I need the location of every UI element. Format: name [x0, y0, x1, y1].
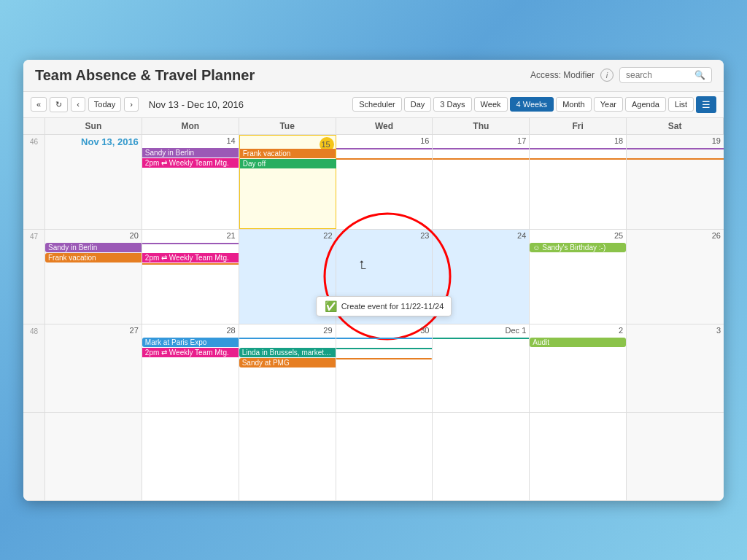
event-frank-thu[interactable] [433, 158, 529, 160]
view-list[interactable]: List [668, 97, 694, 112]
cell-nov30[interactable]: 30 [336, 324, 433, 412]
view-3days[interactable]: 3 Days [433, 97, 471, 112]
event-weekly-mtg-wk46-mon[interactable]: 2pm ⇄ Weekly Team Mtg. [142, 158, 239, 168]
header-fri: Fri [530, 118, 627, 134]
event-sandy-berlin-wk46[interactable]: Sandy in Berlin [142, 148, 239, 158]
cell-dec2[interactable]: 2 Audit [530, 324, 627, 412]
event-weekly-mtg-wk48[interactable]: 2pm ⇄ Weekly Team Mtg. [142, 348, 239, 357]
cell-nov15[interactable]: 15 Frank vacation Day off [239, 135, 336, 229]
cell-nov18[interactable]: 18 [530, 135, 627, 229]
view-4weeks[interactable]: 4 Weeks [510, 97, 554, 112]
cell-dec1[interactable]: Dec 1 [433, 324, 530, 412]
cell-extra-6[interactable] [627, 413, 724, 500]
view-scheduler[interactable]: Scheduler [352, 97, 402, 112]
event-sandy-berlin-fri[interactable] [530, 148, 626, 149]
cell-extra-1[interactable] [142, 413, 239, 500]
event-dayoff-wk46[interactable]: Day off [240, 159, 336, 168]
event-linda-brussels[interactable]: Linda in Brussels, marketing practice gr… [239, 348, 336, 357]
event-audit[interactable]: Audit [530, 338, 626, 347]
day-num-30: 30 [338, 326, 431, 335]
first-page-button[interactable]: « [31, 97, 47, 112]
event-sandy-berlin-sat[interactable] [627, 148, 724, 149]
cell-dec3[interactable]: 3 [627, 324, 724, 412]
cell-nov27[interactable]: 27 [45, 324, 142, 412]
search-input[interactable] [626, 70, 692, 80]
event-weekly-mtg-wk47-mon[interactable]: 2pm ⇄ Weekly Team Mtg. [142, 253, 239, 262]
access-label: Access: Modifier [530, 70, 595, 80]
view-day[interactable]: Day [404, 97, 432, 112]
day-num-dec1: Dec 1 [434, 326, 527, 335]
week-row-extra [23, 413, 724, 501]
info-icon[interactable]: i [600, 69, 614, 82]
day-num-24: 24 [434, 231, 527, 240]
next-button[interactable]: › [124, 97, 139, 112]
app-title: Team Absence & Travel Planner [35, 67, 255, 84]
event-sandy-berlin-wk47-mon[interactable] [142, 243, 239, 244]
cell-nov17[interactable]: 17 [433, 135, 530, 229]
event-linda-brussels-dec1[interactable] [433, 338, 529, 339]
today-button[interactable]: Today [88, 97, 121, 112]
cell-nov23[interactable]: 23 ⮤ ✅ Create event for 11/22-11/24 [336, 230, 433, 324]
cell-nov26[interactable]: 26 [627, 230, 724, 324]
event-frank-vacation-wk46[interactable]: Frank vacation [240, 149, 336, 158]
check-icon: ✅ [325, 300, 337, 312]
cell-nov19[interactable]: 19 [627, 135, 724, 229]
cell-nov25[interactable]: 25 ☺ Sandy's Birthday :-) [530, 230, 627, 324]
day-num-16: 16 [338, 136, 431, 145]
cell-extra-3[interactable] [336, 413, 433, 500]
cell-nov14[interactable]: 14 Sandy in Berlin 2pm ⇄ Weekly Team Mtg… [142, 135, 239, 229]
event-sandy-birthday[interactable]: ☺ Sandy's Birthday :-) [530, 243, 626, 252]
week-row-46: 46 Nov 13, 2016 14 Sandy in Berlin 2pm ⇄… [23, 135, 724, 230]
search-icon: 🔍 [694, 70, 705, 80]
cell-extra-0[interactable] [45, 413, 142, 500]
header-sat: Sat [627, 118, 724, 134]
cell-nov16[interactable]: 16 [336, 135, 433, 229]
refresh-button[interactable]: ↻ [50, 97, 68, 112]
calendar-header: Sun Mon Tue Wed Thu Fri Sat [23, 118, 724, 135]
cell-nov29[interactable]: 29 Linda in Brussels, marketing practice… [239, 324, 336, 412]
cell-nov28[interactable]: 28 Mark at Paris Expo 2pm ⇄ Weekly Team … [142, 324, 239, 412]
event-mark-paris-tue[interactable] [239, 338, 336, 339]
cell-nov21[interactable]: 21 2pm ⇄ Weekly Team Mtg. [142, 230, 239, 324]
event-sandy-berlin-thu[interactable] [433, 148, 529, 149]
app-container: Team Absence & Travel Planner Access: Mo… [23, 60, 724, 501]
day-num-14: 14 [144, 136, 237, 145]
cell-nov13[interactable]: Nov 13, 2016 [45, 135, 142, 229]
event-sandy-berlin-wk47-sun[interactable]: Sandy in Berlin [45, 243, 142, 252]
event-sandy-pmg[interactable]: Sandy at PMG [239, 358, 336, 368]
toolbar-right: Scheduler Day 3 Days Week 4 Weeks Month … [352, 96, 716, 113]
header-tue: Tue [239, 118, 336, 134]
day-num-20: 20 [47, 231, 140, 240]
event-sandy-berlin-wk46-wed[interactable] [336, 148, 433, 149]
day-num-dec2: 2 [531, 326, 624, 335]
week-row-47: 47 20 Sandy in Berlin Frank vacation 21 … [23, 230, 724, 324]
cell-extra-5[interactable] [530, 413, 627, 500]
header-right: Access: Modifier i 🔍 [530, 67, 712, 83]
event-linda-brussels-wed[interactable] [336, 348, 433, 349]
header-mon: Mon [142, 118, 239, 134]
week-num-48: 48 [23, 324, 45, 412]
cell-extra-2[interactable] [239, 413, 336, 500]
calendar: Sun Mon Tue Wed Thu Fri Sat 46 Nov 13, 2… [23, 118, 724, 501]
view-week[interactable]: Week [474, 97, 508, 112]
cell-extra-4[interactable] [433, 413, 530, 500]
event-sandy-pmg-wed[interactable] [336, 358, 433, 359]
view-agenda[interactable]: Agenda [625, 97, 666, 112]
view-month[interactable]: Month [556, 97, 592, 112]
day-num-22: 22 [241, 231, 334, 240]
event-frank-sat[interactable] [627, 158, 724, 160]
event-frank-wk47-mon[interactable] [142, 263, 239, 265]
event-mark-paris-wed[interactable] [336, 338, 433, 339]
view-year[interactable]: Year [594, 97, 623, 112]
event-mark-paris[interactable]: Mark at Paris Expo [142, 338, 239, 347]
prev-button[interactable]: ‹ [71, 97, 85, 112]
event-frank-vacation-wk46-wed[interactable] [336, 158, 433, 160]
week-num-46: 46 [23, 135, 45, 229]
hamburger-menu-button[interactable]: ☰ [696, 96, 716, 113]
search-box: 🔍 [619, 67, 712, 83]
create-event-tooltip[interactable]: ✅ Create event for 11/22-11/24 [317, 296, 452, 316]
day-num-dec3: 3 [628, 326, 722, 335]
event-frank-wk47-sun[interactable]: Frank vacation [45, 253, 142, 262]
cell-nov20[interactable]: 20 Sandy in Berlin Frank vacation [45, 230, 142, 324]
event-frank-fri[interactable] [530, 158, 626, 160]
